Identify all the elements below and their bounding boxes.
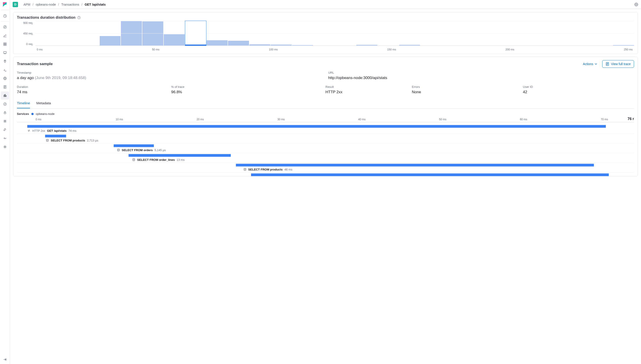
errors-field: Errors None [412, 85, 523, 94]
timeline-span-bar[interactable] [251, 174, 609, 176]
monitoring-icon[interactable] [1, 134, 9, 142]
timeline-span-row[interactable]: SELECT FROM products2,713 µs [17, 134, 634, 142]
svg-rect-4 [4, 44, 5, 46]
timeline-span-row[interactable] [17, 172, 634, 176]
info-icon[interactable] [77, 16, 81, 19]
services-label: Services [17, 112, 29, 116]
tab-timeline[interactable]: Timeline [17, 99, 30, 108]
timeline-span-bar[interactable] [27, 125, 606, 128]
timeline-span-row[interactable]: SELECT FROM orders5,145 µs [17, 143, 634, 152]
breadcrumb-item[interactable]: APM [24, 3, 30, 6]
ml-icon[interactable] [1, 66, 9, 74]
timeline-span-bar[interactable] [45, 135, 66, 138]
timeline-tick: 0 ms [36, 118, 42, 121]
timeline-tick: 20 ms [196, 118, 204, 121]
svg-point-22 [47, 139, 49, 140]
uptime-icon[interactable] [1, 100, 9, 108]
svg-point-19 [635, 4, 637, 5]
breadcrumb-item[interactable]: Transactions [61, 3, 79, 6]
tab-metadata[interactable]: Metadata [36, 99, 51, 108]
service-name: opbeans-node [36, 112, 55, 116]
duration-field: Duration 74 ms [17, 85, 171, 94]
transaction-sample-panel: Transaction sample Actions View full tra… [13, 57, 638, 176]
kibana-logo-icon[interactable] [2, 2, 8, 7]
logs-icon[interactable] [1, 83, 9, 91]
transaction-sample-title: Transaction sample [17, 62, 53, 66]
timeline-span-row[interactable]: HTTP 2xxGET /api/stats74 ms [17, 124, 634, 133]
histogram-bar[interactable] [271, 44, 292, 46]
result-field: Result HTTP 2xx [325, 85, 412, 94]
svg-point-7 [5, 60, 5, 61]
apm-icon[interactable] [1, 92, 9, 100]
timeline-span-bar[interactable] [114, 144, 154, 147]
compass-icon[interactable] [1, 23, 9, 31]
span-duration: 13 ms [177, 158, 184, 162]
span-duration: 46 ms [284, 168, 292, 171]
histogram-bar[interactable] [142, 22, 163, 46]
content-area: Transactions duration distribution 900 r… [10, 9, 641, 364]
userid-field: User ID 42 [523, 85, 634, 94]
svg-rect-12 [4, 112, 6, 114]
dashboard-icon[interactable] [1, 40, 9, 48]
histogram-bar[interactable] [250, 44, 270, 46]
duration-distribution-panel: Transactions duration distribution 900 r… [13, 12, 638, 54]
span-name: SELECT FROM order_lines [137, 158, 175, 162]
timeline-span-bar[interactable] [129, 154, 231, 157]
svg-point-23 [117, 149, 119, 150]
histogram-bar[interactable] [100, 36, 121, 46]
histogram-bars[interactable] [35, 21, 634, 46]
span-name: GET /api/stats [47, 129, 67, 132]
document-icon [606, 62, 609, 66]
histogram-bar[interactable] [613, 45, 634, 46]
actions-dropdown[interactable]: Actions [583, 62, 597, 66]
histogram-x-axis: 0 ms50 ms100 ms150 ms200 ms250 ms [35, 48, 634, 51]
timeline-waterfall: 76 r 0 ms10 ms20 ms30 ms40 ms50 ms60 ms7… [17, 118, 634, 176]
histogram-bar[interactable] [185, 21, 206, 46]
histogram-bar[interactable] [292, 45, 313, 46]
histogram-title: Transactions duration distribution [17, 16, 76, 20]
breadcrumbs: APM/opbeans-node/Transactions/GET /api/s… [24, 3, 106, 6]
timeline-tick: 70 ms [601, 118, 608, 121]
maps-icon[interactable] [1, 57, 9, 65]
timeline-span-row[interactable]: SELECT FROM order_lines13 ms [17, 153, 634, 162]
histogram-bar[interactable] [356, 45, 377, 46]
url-field: URL http://opbeans-node:3000/api/stats [328, 71, 634, 80]
visualize-icon[interactable] [1, 32, 9, 40]
svg-point-25 [244, 168, 246, 169]
histogram-bar[interactable] [206, 40, 228, 46]
breadcrumb-item[interactable]: opbeans-node [36, 3, 56, 6]
infra-icon[interactable] [1, 74, 9, 82]
span-name: SELECT FROM products [248, 168, 283, 171]
sample-tabs: Timeline Metadata [17, 99, 634, 108]
svg-rect-5 [5, 44, 6, 46]
stack-icon[interactable] [1, 117, 9, 125]
timeline-total-duration: 76 r [628, 117, 634, 121]
svg-point-9 [5, 78, 5, 78]
timeline-tick: 40 ms [358, 118, 366, 121]
breadcrumb-item: GET /api/stats [85, 3, 106, 6]
svg-point-24 [133, 158, 135, 160]
space-badge[interactable]: D [13, 2, 18, 7]
timeline-span-row[interactable]: SELECT FROM products46 ms [17, 163, 634, 172]
management-icon[interactable] [1, 143, 9, 151]
collapse-icon[interactable] [1, 356, 9, 364]
timeline-tick: 60 ms [520, 118, 527, 121]
histogram-bar[interactable] [228, 41, 249, 46]
view-full-trace-button[interactable]: View full trace [602, 60, 634, 68]
timeline-tick: 30 ms [277, 118, 285, 121]
svg-rect-2 [4, 43, 5, 44]
histogram-bar[interactable] [399, 45, 420, 46]
security-icon[interactable] [1, 108, 9, 117]
svg-rect-3 [5, 43, 6, 44]
histogram-bar[interactable] [164, 34, 185, 46]
help-icon[interactable] [634, 2, 638, 6]
span-name: SELECT FROM products [51, 139, 85, 142]
span-duration: 2,713 µs [87, 139, 98, 142]
timeline-tick: 50 ms [439, 118, 446, 121]
tools-icon[interactable] [1, 126, 9, 134]
top-bar: D APM/opbeans-node/Transactions/GET /api… [10, 0, 641, 9]
timeline-span-bar[interactable] [236, 164, 594, 166]
clock-icon[interactable] [1, 12, 9, 20]
span-duration: 5,145 µs [154, 148, 166, 152]
canvas-icon[interactable] [1, 49, 9, 57]
